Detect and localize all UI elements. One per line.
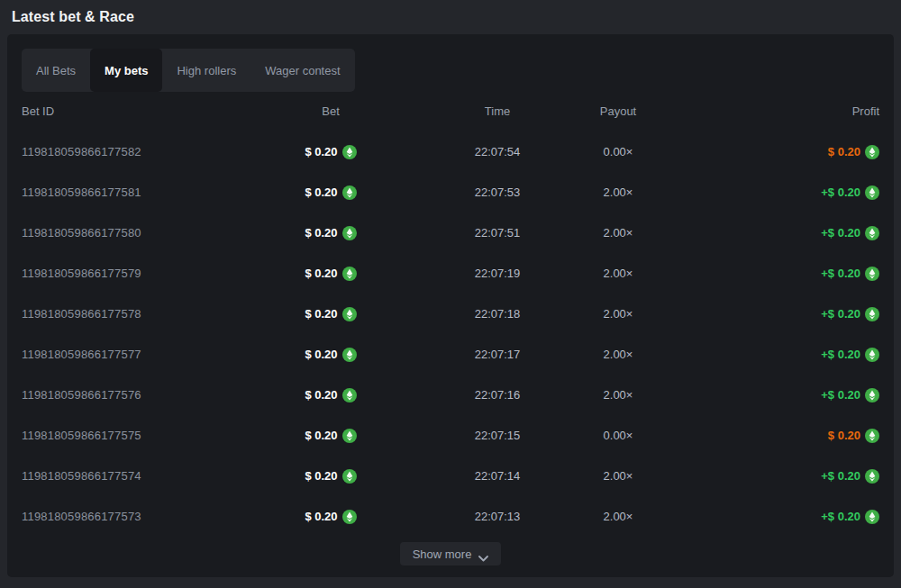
bet-payout: 0.00×: [604, 429, 633, 442]
profit-cell: +$ 0.20: [821, 388, 879, 403]
bet-payout: 2.00×: [604, 469, 633, 483]
table-row[interactable]: 119818059866177577$ 0.2022:07:172.00×+$ …: [22, 334, 879, 375]
bet-time: 22:07:19: [475, 267, 521, 280]
bet-amount-cell: $ 0.20: [305, 348, 356, 362]
profit-cell: $ 0.20: [828, 145, 879, 159]
header-time: Time: [485, 104, 510, 118]
eth-coin-icon: [342, 510, 357, 524]
bet-amount: $ 0.20: [305, 429, 337, 442]
bet-payout: 2.00×: [604, 307, 633, 321]
profit-amount: +$ 0.20: [821, 226, 860, 240]
bet-time: 22:07:15: [475, 429, 521, 442]
profit-amount: $ 0.20: [828, 145, 860, 158]
bet-payout: 2.00×: [604, 226, 633, 240]
bet-amount: $ 0.20: [305, 388, 337, 402]
bet-amount: $ 0.20: [305, 145, 337, 158]
eth-coin-icon: [865, 307, 879, 321]
eth-coin-icon: [342, 185, 357, 200]
chevron-down-icon: [478, 551, 488, 557]
eth-coin-icon: [342, 429, 357, 443]
show-more-button[interactable]: Show more: [400, 542, 502, 565]
bet-id: 119818059866177574: [22, 469, 141, 483]
eth-coin-icon: [865, 429, 879, 443]
profit-cell: +$ 0.20: [821, 185, 879, 200]
bet-payout: 2.00×: [604, 388, 633, 402]
bet-amount-cell: $ 0.20: [305, 469, 356, 484]
table-row[interactable]: 119818059866177578$ 0.2022:07:182.00×+$ …: [22, 294, 879, 334]
table-row[interactable]: 119818059866177574$ 0.2022:07:142.00×+$ …: [22, 456, 879, 496]
show-more-label: Show more: [413, 547, 472, 561]
bet-id: 119818059866177581: [22, 185, 141, 199]
tab-high-rollers[interactable]: High rollers: [162, 49, 250, 92]
table-row[interactable]: 119818059866177575$ 0.2022:07:150.00×$ 0…: [22, 415, 879, 456]
header-profit: Profit: [852, 104, 879, 118]
header-bet-id: Bet ID: [22, 104, 54, 118]
table-row[interactable]: 119818059866177576$ 0.2022:07:162.00×+$ …: [22, 375, 879, 415]
tab-my-bets[interactable]: My bets: [90, 49, 162, 92]
eth-coin-icon: [865, 469, 879, 484]
bet-payout: 2.00×: [604, 185, 633, 199]
eth-coin-icon: [342, 267, 357, 281]
profit-amount: +$ 0.20: [821, 348, 860, 361]
bet-time: 22:07:53: [475, 185, 521, 199]
bet-amount: $ 0.20: [305, 185, 337, 199]
page-title: Latest bet & Race: [12, 9, 134, 25]
tab-wager-contest[interactable]: Wager contest: [250, 49, 354, 92]
bet-amount-cell: $ 0.20: [305, 267, 356, 281]
eth-coin-icon: [865, 145, 879, 159]
table-row[interactable]: 119818059866177573$ 0.2022:07:132.00×+$ …: [22, 496, 879, 537]
bet-payout: 2.00×: [604, 348, 633, 361]
bet-amount-cell: $ 0.20: [305, 185, 356, 200]
profit-amount: +$ 0.20: [821, 267, 860, 280]
profit-amount: +$ 0.20: [821, 388, 860, 402]
eth-coin-icon: [342, 348, 357, 362]
bets-table-body: 119818059866177582$ 0.2022:07:540.00×$ 0…: [22, 131, 879, 537]
bet-time: 22:07:16: [475, 388, 521, 402]
tab-all-bets[interactable]: All Bets: [22, 49, 90, 92]
profit-cell: +$ 0.20: [821, 267, 879, 281]
header-payout: Payout: [600, 104, 636, 118]
eth-coin-icon: [865, 510, 879, 524]
bet-payout: 2.00×: [604, 510, 633, 523]
eth-coin-icon: [865, 185, 879, 200]
bet-amount: $ 0.20: [305, 510, 337, 523]
eth-coin-icon: [865, 267, 879, 281]
bet-amount-cell: $ 0.20: [305, 510, 356, 524]
page-header: Latest bet & Race: [0, 0, 901, 34]
bet-time: 22:07:51: [475, 226, 521, 240]
bet-amount-cell: $ 0.20: [305, 307, 356, 321]
bet-time: 22:07:17: [475, 348, 521, 361]
bet-id: 119818059866177582: [22, 145, 141, 158]
table-header-row: Bet ID Bet Time Payout Profit: [22, 99, 879, 122]
bet-id: 119818059866177577: [22, 348, 141, 361]
bet-amount-cell: $ 0.20: [305, 226, 356, 240]
profit-cell: +$ 0.20: [821, 469, 879, 484]
bet-amount-cell: $ 0.20: [305, 145, 356, 159]
bet-amount: $ 0.20: [305, 348, 337, 361]
table-row[interactable]: 119818059866177580$ 0.2022:07:512.00×+$ …: [22, 213, 879, 253]
profit-cell: +$ 0.20: [821, 307, 879, 321]
eth-coin-icon: [865, 388, 879, 403]
bet-payout: 2.00×: [604, 267, 633, 280]
bet-id: 119818059866177579: [22, 267, 141, 280]
table-row[interactable]: 119818059866177579$ 0.2022:07:192.00×+$ …: [22, 253, 879, 294]
profit-cell: +$ 0.20: [821, 226, 879, 240]
table-row[interactable]: 119818059866177582$ 0.2022:07:540.00×$ 0…: [22, 131, 879, 172]
bet-amount-cell: $ 0.20: [305, 429, 356, 443]
profit-cell: $ 0.20: [828, 429, 879, 443]
eth-coin-icon: [865, 226, 879, 240]
profit-cell: +$ 0.20: [821, 348, 879, 362]
bet-id: 119818059866177573: [22, 510, 141, 523]
eth-coin-icon: [342, 145, 357, 159]
bet-payout: 0.00×: [604, 145, 633, 158]
tab-bar: All Bets My bets High rollers Wager cont…: [22, 49, 355, 92]
bet-time: 22:07:13: [475, 510, 521, 523]
bet-id: 119818059866177576: [22, 388, 141, 402]
show-more-container: Show more: [22, 542, 879, 565]
profit-amount: +$ 0.20: [821, 510, 860, 523]
bet-amount: $ 0.20: [305, 469, 337, 483]
bet-amount: $ 0.20: [305, 267, 337, 280]
header-bet: Bet: [322, 104, 340, 118]
table-row[interactable]: 119818059866177581$ 0.2022:07:532.00×+$ …: [22, 172, 879, 213]
eth-coin-icon: [865, 348, 879, 362]
